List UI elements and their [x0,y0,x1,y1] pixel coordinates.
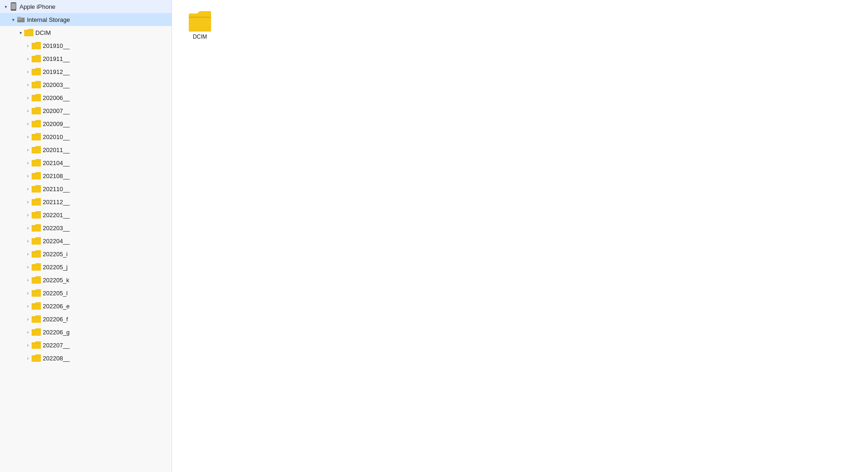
folder-icon-sub [32,354,41,362]
folder-label: 201912__ [43,68,70,75]
tree-item-folder[interactable]: 202010__ [0,130,172,143]
tree-item-folder[interactable]: 202003__ [0,78,172,91]
device-label: Apple iPhone [20,3,55,10]
folder-label: 202205_k [43,277,69,284]
chevron-folder [24,146,32,153]
tree-item-folder[interactable]: 201910__ [0,39,172,52]
svg-rect-4 [17,17,21,19]
folder-icon-sub [32,198,41,206]
folder-icon-sub [32,224,41,232]
tree-item-folder[interactable]: 202110__ [0,182,172,195]
tree-item-folder[interactable]: 202201__ [0,208,172,221]
tree-item-folder[interactable]: 202204__ [0,234,172,247]
folder-icon-sub [32,289,41,297]
phone-icon [9,2,18,11]
tree-item-folder[interactable]: 202011__ [0,143,172,156]
folder-label: 202204__ [43,238,70,245]
file-item-dcim[interactable]: DCIM [181,9,219,42]
folder-icon-sub [32,276,41,284]
folder-label: 202006__ [43,94,70,101]
folder-label: 202205_l [43,290,68,297]
folder-icon-sub [32,107,41,114]
folder-label: 202104__ [43,160,70,166]
folder-label: 202201__ [43,212,70,219]
folder-label: 202203__ [43,225,70,232]
chevron-folder [24,133,32,140]
chevron-folder [24,42,32,49]
folder-icon-sub [32,237,41,245]
left-panel: Apple iPhone Internal Storage [0,0,172,472]
tree-item-folder[interactable]: 202009__ [0,117,172,130]
storage-label: Internal Storage [27,16,70,23]
folder-icon-sub [32,81,41,88]
tree-item-folder[interactable]: 202007__ [0,104,172,117]
tree-item-folder[interactable]: 202203__ [0,221,172,234]
chevron-folder [24,159,32,166]
tree-item-folder[interactable]: 201911__ [0,52,172,65]
chevron-folder [24,172,32,179]
tree-item-folder[interactable]: 202108__ [0,169,172,182]
folder-icon-dcim [24,29,33,36]
tree-item-folder[interactable]: 202206_g [0,326,172,339]
tree-item-folder[interactable]: 202208__ [0,352,172,365]
chevron-folder [24,354,32,362]
folder-icon-sub [32,341,41,349]
folder-label: 201911__ [43,55,70,62]
folder-icon-sub [32,133,41,140]
folder-icon-sub [32,94,41,101]
tree-item-folder[interactable]: 202104__ [0,156,172,169]
chevron-folder [24,211,32,219]
tree-item-folder[interactable]: 202205_j [0,260,172,273]
folder-label: 202010__ [43,133,70,140]
svg-rect-6 [19,19,22,20]
tree-item-folder[interactable]: 201912__ [0,65,172,78]
chevron-folder [24,263,32,271]
tree-item-folder[interactable]: 202112__ [0,195,172,208]
tree-item-folder[interactable]: 202206_e [0,299,172,312]
tree-item-folder[interactable]: 202207__ [0,339,172,352]
folder-icon-sub [32,159,41,166]
folder-label: 202007__ [43,107,70,114]
chevron-folder [24,315,32,323]
dcim-label: DCIM [35,29,51,36]
chevron-folder [24,94,32,101]
file-label-dcim: DCIM [193,33,207,40]
chevron-dcim [17,29,24,36]
folder-icon-sub [32,250,41,258]
tree-item-device[interactable]: Apple iPhone [0,0,172,13]
tree-container[interactable]: Apple iPhone Internal Storage [0,0,172,472]
tree-item-dcim[interactable]: DCIM [0,26,172,39]
folder-label: 201910__ [43,42,70,49]
folder-icon-sub [32,211,41,219]
folder-label: 202205_j [43,264,68,271]
folder-label: 202009__ [43,120,70,127]
chevron-folder [24,341,32,349]
folder-label: 202206_f [43,316,68,323]
chevron-folder [24,250,32,258]
tree-item-folder[interactable]: 202205_i [0,247,172,260]
chevron-folder [24,120,32,127]
right-panel[interactable]: DCIM [172,0,868,472]
folder-icon-sub [32,185,41,193]
storage-icon [17,16,25,23]
tree-item-folder[interactable]: 202006__ [0,91,172,104]
chevron-folder [24,224,32,232]
svg-rect-1 [11,3,16,9]
chevron-device [2,3,9,10]
folder-icon-sub [32,146,41,153]
folder-label: 202205_i [43,251,68,258]
svg-rect-5 [18,19,19,20]
tree-item-folder[interactable]: 202205_k [0,273,172,286]
folder-label: 202112__ [43,199,70,206]
tree-item-folder[interactable]: 202206_f [0,312,172,326]
svg-point-2 [13,10,14,11]
tree-item-folder[interactable]: 202205_l [0,286,172,299]
folder-icon-sub [32,55,41,62]
chevron-folder [24,289,32,297]
folder-icon-sub [32,263,41,271]
folder-icon-sub [32,68,41,75]
tree-item-storage[interactable]: Internal Storage [0,13,172,26]
folder-label: 202003__ [43,81,70,88]
chevron-storage [9,16,17,23]
chevron-folder [24,237,32,245]
